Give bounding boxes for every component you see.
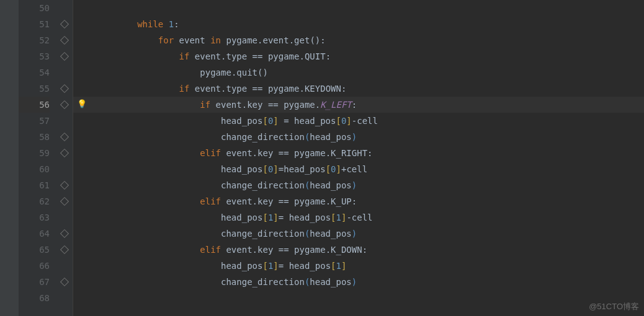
code-editor[interactable]: 50515253545556575859606162636465666768 w… bbox=[0, 0, 644, 316]
watermark-label: @51CTO博客 bbox=[589, 301, 639, 312]
code-area[interactable]: while 1: for event in pygame.event.get()… bbox=[73, 0, 644, 316]
code-line[interactable]: head_pos[1]= head_pos[1] bbox=[73, 258, 644, 274]
line-number[interactable]: 66 bbox=[19, 258, 50, 274]
code-line[interactable]: head_pos[0]=head_pos[0]+cell bbox=[73, 161, 644, 177]
fold-column[interactable] bbox=[56, 0, 73, 316]
line-number[interactable]: 53 bbox=[19, 48, 50, 64]
code-line[interactable]: pygame.quit() bbox=[73, 64, 644, 81]
code-line[interactable]: for event in pygame.event.get(): bbox=[73, 32, 644, 48]
line-number[interactable]: 60 bbox=[19, 161, 50, 177]
code-line[interactable]: elif event.key == pygame.K_DOWN: bbox=[73, 242, 644, 258]
fold-marker-icon[interactable] bbox=[60, 197, 69, 206]
line-number[interactable]: 67 bbox=[19, 274, 50, 290]
line-number[interactable]: 61 bbox=[19, 177, 50, 193]
fold-marker-icon[interactable] bbox=[60, 36, 69, 45]
line-number[interactable]: 63 bbox=[19, 209, 50, 226]
line-number[interactable]: 56 bbox=[19, 97, 50, 113]
code-line[interactable]: while 1: bbox=[73, 16, 644, 32]
line-number[interactable]: 59 bbox=[19, 145, 50, 161]
code-line[interactable]: head_pos[0] = head_pos[0]-cell bbox=[73, 113, 644, 129]
code-line[interactable]: if event.type == pygame.KEYDOWN: bbox=[73, 81, 644, 97]
line-number[interactable]: 50 bbox=[19, 0, 50, 16]
fold-marker-icon[interactable] bbox=[60, 229, 69, 238]
fold-marker-icon[interactable] bbox=[60, 181, 69, 190]
code-line[interactable]: change_direction(head_pos) bbox=[73, 274, 644, 290]
code-line[interactable] bbox=[73, 290, 644, 306]
line-number[interactable]: 64 bbox=[19, 226, 50, 242]
line-number[interactable]: 57 bbox=[19, 113, 50, 129]
line-number[interactable]: 68 bbox=[19, 290, 50, 306]
line-number[interactable]: 54 bbox=[19, 64, 50, 81]
fold-marker-icon[interactable] bbox=[60, 149, 69, 157]
fold-marker-icon[interactable] bbox=[60, 278, 69, 286]
fold-marker-icon[interactable] bbox=[60, 100, 69, 109]
code-line[interactable]: elif event.key == pygame.K_RIGHT: bbox=[73, 145, 644, 161]
line-number[interactable]: 58 bbox=[19, 129, 50, 145]
code-line[interactable]: change_direction(head_pos) bbox=[73, 129, 644, 145]
fold-marker-icon[interactable] bbox=[60, 52, 69, 61]
code-line[interactable]: change_direction(head_pos) bbox=[73, 226, 644, 242]
line-number-gutter[interactable]: 50515253545556575859606162636465666768 bbox=[19, 0, 56, 316]
line-number[interactable]: 62 bbox=[19, 193, 50, 209]
line-number[interactable]: 52 bbox=[19, 32, 50, 48]
breakpoint-rail[interactable] bbox=[0, 0, 19, 316]
line-number[interactable]: 55 bbox=[19, 81, 50, 97]
fold-marker-icon[interactable] bbox=[60, 245, 69, 254]
code-line[interactable]: elif event.key == pygame.K_UP: bbox=[73, 193, 644, 209]
line-number[interactable]: 51 bbox=[19, 16, 50, 32]
fold-marker-icon[interactable] bbox=[60, 133, 69, 141]
fold-marker-icon[interactable] bbox=[60, 84, 69, 93]
code-line[interactable]: if event.type == pygame.QUIT: bbox=[73, 48, 644, 64]
line-number[interactable]: 65 bbox=[19, 242, 50, 258]
code-line[interactable] bbox=[73, 0, 644, 16]
intention-bulb-icon[interactable]: 💡 bbox=[77, 99, 87, 108]
code-line[interactable]: change_direction(head_pos) bbox=[73, 177, 644, 193]
code-line[interactable]: if event.key == pygame.K_LEFT: bbox=[73, 97, 644, 113]
code-line[interactable]: head_pos[1]= head_pos[1]-cell bbox=[73, 209, 644, 226]
fold-marker-icon[interactable] bbox=[60, 20, 69, 29]
